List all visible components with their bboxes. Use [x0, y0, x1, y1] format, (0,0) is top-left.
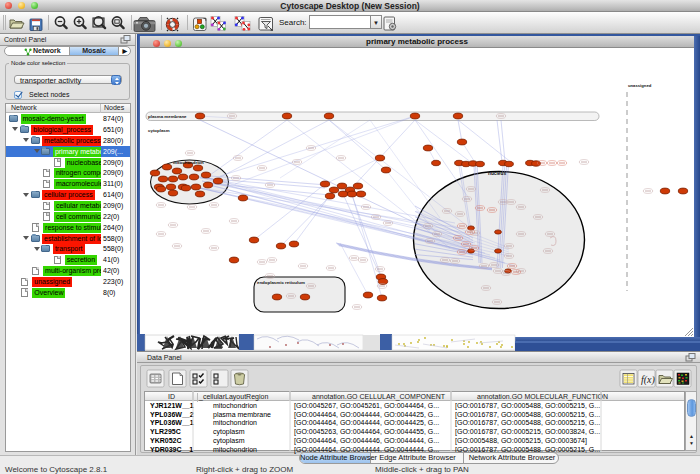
svg-text:nucleus: nucleus — [488, 171, 506, 176]
svg-text:unassigned: unassigned — [628, 83, 652, 88]
svg-text:f(x): f(x) — [641, 374, 656, 386]
svg-text:cytoplasm: cytoplasm — [148, 128, 170, 133]
svg-text:plasma membrane: plasma membrane — [148, 114, 187, 119]
svg-text:endoplasmic reticulum: endoplasmic reticulum — [257, 280, 305, 285]
svg-text:mitochondrion: mitochondrion — [173, 160, 204, 165]
